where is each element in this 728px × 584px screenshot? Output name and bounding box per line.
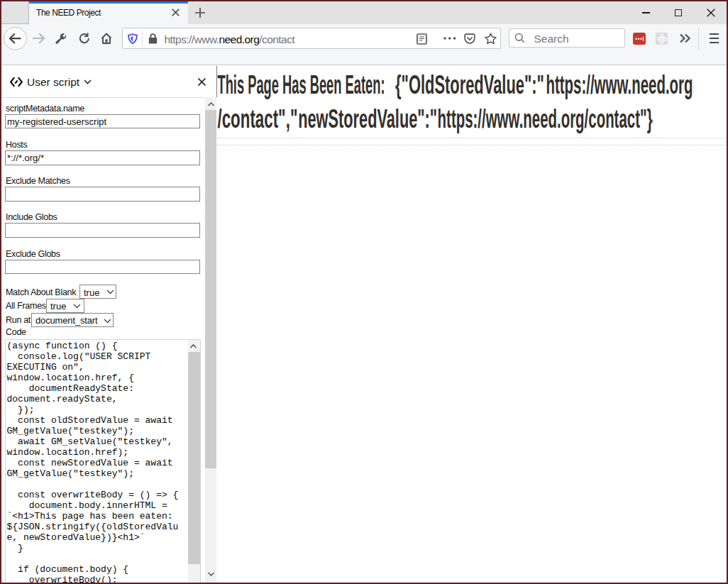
svg-text:https://www.need.org: https://www.need.org: [546, 70, 693, 99]
svg-text:newStoredValue":": newStoredValue":": [298, 104, 437, 133]
svg-text:This Page Has Been Eaten:: This Page Has Been Eaten:: [217, 70, 385, 99]
svg-text:https://www.need.org/contact"}: https://www.need.org/contact"}: [437, 104, 652, 133]
svg-text:/contact",": /contact",": [217, 104, 297, 133]
svg-text:{"OldStoredValue":": {"OldStoredValue":": [395, 70, 544, 99]
